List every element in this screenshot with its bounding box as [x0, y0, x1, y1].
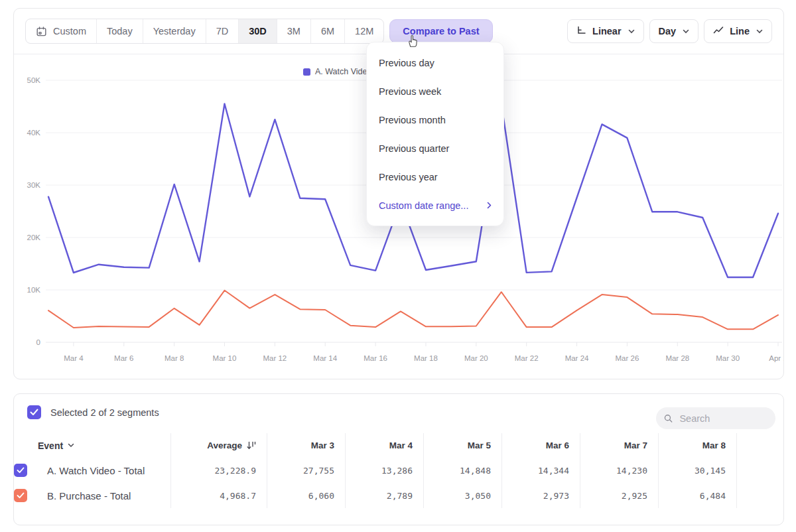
date-range-label: Custom — [53, 26, 86, 36]
search-icon — [664, 413, 673, 424]
row-checkbox-cell — [14, 483, 38, 508]
cell-mar-8-b-purchase-total: 6,484 — [658, 483, 736, 508]
date-range-today[interactable]: Today — [96, 19, 143, 43]
x-axis-label-mar-10: Mar 10 — [213, 354, 237, 362]
scale-dropdown-button[interactable]: Linear — [567, 19, 644, 43]
calendar-icon — [36, 26, 47, 37]
table-header-spacer — [14, 433, 38, 458]
x-axis-label-mar-20: Mar 20 — [464, 354, 488, 362]
x-axis-label-mar-14: Mar 14 — [313, 354, 337, 362]
cell-mar-3-b-purchase-total: 6,060 — [267, 483, 345, 508]
table-header-mar-6: Mar 6 — [501, 433, 580, 458]
menu-item-previous-week[interactable]: Previous week — [367, 77, 503, 105]
chart-options-group: Linear Day Line — [567, 19, 772, 43]
chevron-down-icon — [756, 29, 763, 34]
check-icon — [17, 467, 25, 474]
cell-mar-3-a-watch-video-total: 27,755 — [267, 458, 345, 483]
menu-item-custom-date-range[interactable]: Custom date range... — [367, 191, 503, 220]
search-box — [656, 407, 775, 429]
table-header-mar-8: Mar 8 — [658, 433, 736, 458]
average-header-label: Average — [207, 440, 242, 450]
date-range-6m[interactable]: 6M — [310, 19, 344, 43]
check-icon — [17, 492, 25, 499]
chart-toolbar: CustomTodayYesterday7D30D3M6M12M Compare… — [25, 19, 772, 44]
date-range-12m[interactable]: 12M — [344, 19, 383, 43]
hand-cursor-icon — [405, 34, 419, 48]
linear-scale-icon — [576, 25, 586, 37]
cell-mar-5-a-watch-video-total: 14,848 — [423, 458, 501, 483]
cell-m-b-purchase-total: 3, — [736, 483, 784, 508]
date-range-30d[interactable]: 30D — [238, 19, 277, 43]
x-axis-label-mar-4: Mar 4 — [64, 354, 84, 362]
x-axis-label-mar-26: Mar 26 — [616, 354, 639, 362]
chevron-down-icon — [68, 443, 74, 448]
sort-descending-icon — [247, 441, 256, 450]
table-header-mar-3: Mar 3 — [267, 433, 345, 458]
row-checkbox-b-purchase-total[interactable] — [14, 489, 27, 502]
line-chart-icon — [713, 26, 724, 36]
date-range-control: CustomTodayYesterday7D30D3M6M12M — [25, 19, 384, 44]
cell-mar-6-a-watch-video-total: 14,344 — [501, 458, 580, 483]
x-axis-label-mar-24: Mar 24 — [565, 354, 589, 362]
row-label-a-watch-video-total[interactable]: A. Watch Video - Total — [38, 458, 170, 483]
chart-type-dropdown-button[interactable]: Line — [704, 19, 772, 43]
date-range-3m[interactable]: 3M — [277, 19, 310, 43]
event-header-label: Event — [38, 440, 63, 451]
series-line-b-purchase-total — [48, 291, 778, 330]
table-header-mar-7: Mar 7 — [580, 433, 658, 458]
menu-item-previous-quarter[interactable]: Previous quarter — [367, 134, 503, 163]
y-axis-label-30K: 30K — [27, 181, 41, 189]
date-range-label: 12M — [355, 26, 373, 36]
x-axis-label-mar-18: Mar 18 — [414, 354, 438, 362]
row-label-b-purchase-total[interactable]: B. Purchase - Total — [38, 483, 170, 508]
date-range-label: 3M — [287, 26, 300, 36]
chevron-right-icon — [487, 202, 492, 209]
date-range-label: 7D — [216, 26, 229, 36]
x-axis-label-mar-30: Mar 30 — [716, 354, 740, 362]
table-header-m: M — [736, 433, 784, 458]
search-input[interactable] — [678, 413, 767, 425]
chart-type-dropdown-label: Line — [730, 26, 750, 36]
interval-dropdown-button[interactable]: Day — [649, 19, 699, 43]
x-axis-label-mar-6: Mar 6 — [114, 354, 133, 362]
menu-item-previous-year[interactable]: Previous year — [367, 163, 503, 191]
date-range-label: 30D — [249, 26, 267, 36]
table-header-mar-5: Mar 5 — [423, 433, 501, 458]
date-range-7d[interactable]: 7D — [206, 19, 239, 43]
table-header-mar-4: Mar 4 — [345, 433, 423, 458]
selected-segments-label: Selected 2 of 2 segments — [50, 407, 159, 418]
x-axis-label-mar-28: Mar 28 — [665, 354, 689, 362]
cell-mar-7-b-purchase-total: 2,925 — [580, 483, 658, 508]
segments-header: Selected 2 of 2 segments — [27, 405, 159, 419]
cell-average-b-purchase-total: 4,968.7 — [170, 483, 267, 508]
date-range-yesterday[interactable]: Yesterday — [143, 19, 206, 43]
table-header-average[interactable]: Average — [170, 433, 267, 458]
date-range-label: Today — [107, 26, 133, 36]
cell-m-a-watch-video-total: 15, — [736, 458, 784, 483]
row-checkbox-cell — [14, 458, 38, 483]
cell-mar-4-a-watch-video-total: 13,286 — [345, 458, 423, 483]
interval-dropdown-label: Day — [659, 26, 677, 36]
row-checkbox-a-watch-video-total[interactable] — [14, 464, 27, 477]
table-header-event[interactable]: Event — [38, 433, 170, 458]
cell-mar-6-b-purchase-total: 2,973 — [501, 483, 580, 508]
select-all-checkbox[interactable] — [27, 405, 41, 419]
custom-date-range-label: Custom date range... — [379, 200, 468, 211]
cell-mar-5-b-purchase-total: 3,050 — [423, 483, 501, 508]
date-range-label: Yesterday — [153, 26, 196, 36]
y-axis-label-10K: 10K — [27, 286, 41, 294]
cell-mar-8-a-watch-video-total: 30,145 — [658, 458, 736, 483]
x-axis-label-mar-8: Mar 8 — [165, 354, 184, 362]
cell-mar-4-b-purchase-total: 2,789 — [345, 483, 423, 508]
y-axis-label-0: 0 — [36, 338, 40, 346]
y-axis-label-20K: 20K — [27, 233, 41, 241]
y-axis-label-40K: 40K — [27, 129, 41, 137]
segments-table-card: Selected 2 of 2 segments Event Average M… — [13, 393, 784, 525]
menu-item-previous-day[interactable]: Previous day — [367, 48, 503, 77]
scale-dropdown-label: Linear — [592, 26, 622, 36]
menu-item-previous-month[interactable]: Previous month — [367, 105, 503, 134]
compare-to-past-menu: Previous dayPrevious weekPrevious monthP… — [366, 42, 504, 226]
cell-average-a-watch-video-total: 23,228.9 — [170, 458, 267, 483]
compare-menu-items: Previous dayPrevious weekPrevious monthP… — [367, 48, 503, 191]
date-range-custom[interactable]: Custom — [26, 19, 96, 43]
